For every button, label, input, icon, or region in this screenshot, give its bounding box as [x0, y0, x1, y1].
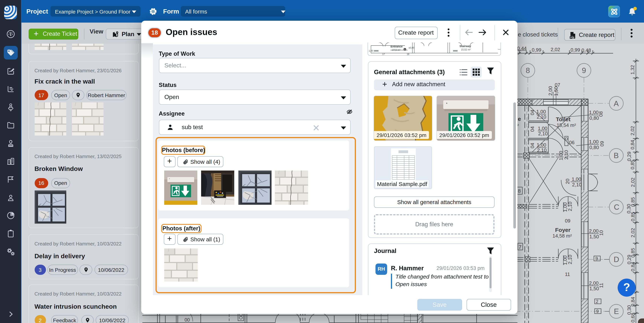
svg-text:07: 07 [554, 82, 560, 88]
svg-text:0,80: 0,80 [589, 145, 599, 150]
svg-text:±0,00: ±0,00 [408, 46, 414, 49]
svg-text:0,99: 0,99 [570, 47, 580, 53]
svg-text:10: 10 [598, 230, 604, 236]
svg-text:2,10: 2,10 [567, 202, 573, 211]
svg-text:1,00: 1,00 [589, 110, 598, 115]
svg-text:20: 20 [564, 179, 570, 184]
svg-text:E: E [614, 307, 619, 316]
svg-text:2,10: 2,10 [536, 114, 546, 120]
svg-text:2,10: 2,10 [572, 182, 582, 187]
svg-text:17: 17 [382, 53, 385, 55]
svg-text:1,50: 1,50 [589, 286, 599, 291]
svg-text:0,80: 0,80 [589, 115, 599, 121]
svg-text:09: 09 [599, 141, 605, 146]
svg-text:e: e [518, 116, 521, 122]
svg-text:9: 9 [595, 256, 598, 261]
svg-text:0,44: 0,44 [517, 45, 526, 51]
svg-text:14,58 m²: 14,58 m² [552, 233, 572, 239]
svg-text:2,10: 2,10 [567, 255, 573, 264]
svg-text:2,10: 2,10 [537, 147, 546, 153]
svg-text:0,99: 0,99 [532, 47, 541, 53]
svg-text:PDF: PDF [570, 36, 574, 39]
svg-text:1,00: 1,00 [536, 142, 546, 148]
svg-text:1,00: 1,00 [558, 151, 564, 160]
svg-text:15,54 m²: 15,54 m² [556, 122, 576, 128]
svg-text:1,32: 1,32 [630, 65, 635, 74]
svg-text:00: 00 [184, 317, 190, 323]
svg-text:0,68: 0,68 [630, 313, 636, 323]
svg-text:2,02: 2,02 [630, 126, 635, 136]
svg-text:11: 11 [565, 272, 570, 277]
svg-text:2,00: 2,00 [589, 228, 598, 234]
svg-text:2,02: 2,02 [630, 178, 636, 187]
svg-text:A: A [614, 99, 618, 108]
svg-text:Foyer: Foyer [555, 227, 570, 233]
svg-text:2,00: 2,00 [548, 86, 553, 96]
svg-text:2: 2 [596, 299, 598, 304]
svg-text:9: 9 [596, 309, 598, 314]
svg-text:7: 7 [518, 244, 522, 250]
svg-text:2,00: 2,00 [589, 280, 598, 286]
svg-text:Stairway: Stairway [460, 44, 471, 47]
svg-text:2,02: 2,02 [550, 47, 560, 52]
svg-text:1,50: 1,50 [553, 86, 559, 96]
svg-text:04: 04 [529, 110, 535, 115]
svg-text:2,10: 2,10 [538, 131, 548, 136]
svg-text:D: D [614, 255, 619, 264]
svg-text:²: ² [517, 123, 518, 128]
svg-text:0,84: 0,84 [630, 140, 635, 149]
svg-text:11: 11 [598, 283, 604, 288]
svg-text:0,85: 0,85 [630, 212, 636, 221]
svg-text:8: 8 [518, 188, 521, 194]
svg-text:2,02: 2,02 [630, 228, 636, 238]
svg-text:18: 18 [407, 53, 409, 55]
svg-text:04: 04 [529, 126, 535, 132]
svg-text:27,6 m²: 27,6 m² [392, 48, 400, 51]
svg-text:15,52 m²: 15,52 m² [461, 48, 471, 51]
svg-text:04: 04 [529, 143, 535, 148]
svg-text:8: 8 [526, 66, 530, 74]
svg-text:1,50: 1,50 [589, 234, 599, 239]
svg-text:06: 06 [569, 140, 574, 145]
svg-text:Toilet: Toilet [556, 116, 570, 122]
svg-text:0,48: 0,48 [581, 47, 591, 53]
svg-text:1,00: 1,00 [536, 109, 546, 114]
svg-text:09: 09 [565, 218, 570, 224]
svg-text:B: B [614, 151, 618, 160]
svg-text:9: 9 [582, 66, 586, 74]
svg-text:2,10: 2,10 [563, 150, 569, 160]
svg-text:1,00: 1,00 [538, 126, 547, 131]
svg-text:0,85: 0,85 [630, 160, 635, 169]
svg-text:1,00: 1,00 [572, 176, 581, 182]
svg-text:0,84: 0,84 [630, 262, 636, 272]
svg-text:Entrance: Entrance [390, 45, 402, 48]
svg-text:C: C [614, 203, 619, 211]
svg-text:1,00: 1,00 [589, 139, 598, 145]
svg-text:1,00: 1,00 [369, 49, 373, 52]
